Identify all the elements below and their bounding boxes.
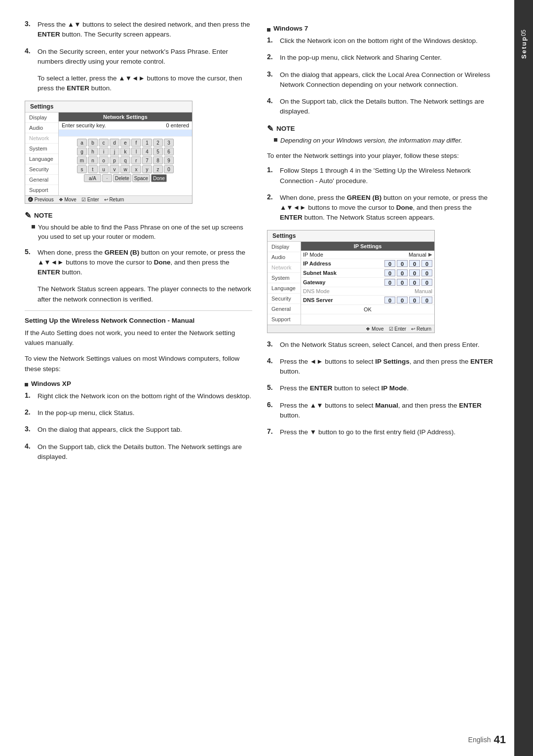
step-n5-num: 5. <box>267 383 277 391</box>
settings-sidebar: Display Audio Network System Language Se… <box>25 113 59 195</box>
kb-1[interactable]: 1 <box>142 139 152 147</box>
sidebar-audio: Audio <box>25 123 58 133</box>
dns-server-row: DNS Server 0 0 0 0 <box>301 296 434 305</box>
footer-move: ❖ Move <box>59 197 76 202</box>
step-wxp3: 3. On the dialog that appears, click the… <box>25 425 252 435</box>
kb-7[interactable]: 7 <box>142 156 152 164</box>
step-3: 3. Press the ▲▼ buttons to select the de… <box>25 20 252 40</box>
sidebar-display: Display <box>25 113 58 123</box>
kb-p[interactable]: p <box>110 156 119 164</box>
step-n4: 4. Press the ◄► buttons to select IP Set… <box>267 357 495 377</box>
left-column: 3. Press the ▲▼ buttons to select the de… <box>25 20 252 736</box>
step-w73-text: On the dialog that appears, click the Lo… <box>280 70 495 90</box>
kb-s[interactable]: s <box>77 165 87 173</box>
note-title-1: ✎ NOTE <box>25 211 252 220</box>
dns-octets: 0 0 0 0 <box>384 297 432 303</box>
subnet-mask-label: Subnet Mask <box>303 270 384 276</box>
ip-mode-value: Manual ▶ <box>409 252 432 258</box>
kb-dot[interactable]: · <box>102 174 112 182</box>
step-wxp4: 4. On the Support tab, click the Details… <box>25 442 252 462</box>
kb-o[interactable]: o <box>99 156 109 164</box>
kb-y[interactable]: y <box>142 165 152 173</box>
kb-x[interactable]: x <box>131 165 141 173</box>
kb-space[interactable]: Space <box>132 174 150 182</box>
step-wxp1-text: Right click the Network icon on the bott… <box>38 391 252 401</box>
kb-j[interactable]: j <box>110 148 119 155</box>
kb-d[interactable]: d <box>110 139 119 147</box>
kb-f[interactable]: f <box>131 139 141 147</box>
kb-r[interactable]: r <box>131 156 141 164</box>
kb-i[interactable]: i <box>99 148 109 155</box>
kb-g[interactable]: g <box>77 148 87 155</box>
step-n1-text: Follow Steps 1 through 4 in the 'Setting… <box>280 166 495 186</box>
settings-inner: Display Audio Network System Language Se… <box>25 113 192 195</box>
ip-mode-label: IP Mode <box>303 252 409 258</box>
kb-c[interactable]: c <box>99 139 109 147</box>
step-n2-num: 2. <box>267 193 277 201</box>
step-n3-num: 3. <box>267 340 277 348</box>
note-icon-2: ✎ <box>267 124 273 133</box>
kb-6[interactable]: 6 <box>164 148 174 155</box>
kb-t[interactable]: t <box>88 165 98 173</box>
kb-z[interactable]: z <box>153 165 163 173</box>
step-n7-text: Press the ▼ button to go to the first en… <box>280 427 495 437</box>
note-label-2: NOTE <box>276 125 295 132</box>
security-key-input-row <box>59 130 192 137</box>
kb-5[interactable]: 5 <box>153 148 163 155</box>
kb-3[interactable]: 3 <box>164 139 174 147</box>
ok-row[interactable]: OK <box>301 305 434 314</box>
page-language: English <box>468 736 491 744</box>
settings-keyboard-box: Settings Display Audio Network System La… <box>25 101 192 204</box>
step-5-number: 5. <box>25 248 35 256</box>
section-heading: Setting Up the Wireless Network Connecti… <box>25 317 252 324</box>
gw-oct4: 0 <box>421 279 432 286</box>
kb-4[interactable]: 4 <box>142 148 152 155</box>
step-n3-text: On the Network Status screen, select Can… <box>280 340 495 350</box>
ip-address-label: IP Address <box>303 261 384 266</box>
kb-u[interactable]: u <box>99 165 109 173</box>
ip-footer-return: ↩ Return <box>411 326 431 332</box>
sidebar-system: System <box>25 144 58 154</box>
kb-0[interactable]: 0 <box>164 165 174 173</box>
win-xp-bullet <box>25 383 28 386</box>
kb-v[interactable]: v <box>110 165 119 173</box>
step-n6-num: 6. <box>267 401 277 409</box>
kb-done[interactable]: Done <box>151 174 167 182</box>
step-5-text: When done, press the GREEN (B) button on… <box>38 248 252 278</box>
footer-previous: 🅐 Previous <box>28 197 54 202</box>
kb-n[interactable]: n <box>88 156 98 164</box>
security-key-label: Enter security key. <box>62 122 106 128</box>
sidebar-general: General <box>25 175 58 185</box>
step-n4-text: Press the ◄► buttons to select IP Settin… <box>280 357 495 377</box>
step-w73-num: 3. <box>267 70 277 78</box>
kb-2[interactable]: 2 <box>153 139 163 147</box>
windows-xp-label: Windows XP <box>25 380 252 387</box>
divider-1 <box>25 310 252 311</box>
kb-9[interactable]: 9 <box>164 156 174 164</box>
ip-address-row: IP Address 0 0 0 0 <box>301 259 434 268</box>
kb-row-1: a b c d e f 1 2 3 <box>61 139 190 147</box>
step-5-para: The Network Status screen appears. The p… <box>38 284 252 304</box>
step-w72: 2. In the pop-up menu, click Network and… <box>267 53 495 63</box>
keyboard-area: a b c d e f 1 2 3 g <box>59 137 192 185</box>
kb-l[interactable]: l <box>131 148 141 155</box>
kb-delete[interactable]: Delete <box>113 174 131 182</box>
kb-e[interactable]: e <box>120 139 130 147</box>
kb-b[interactable]: b <box>88 139 98 147</box>
kb-w[interactable]: w <box>120 165 130 173</box>
step-4: 4. On the Security screen, enter your ne… <box>25 47 252 67</box>
sidebar-network: Network <box>25 133 58 144</box>
kb-q[interactable]: q <box>120 156 130 164</box>
ip-main-area: IP Settings IP Mode Manual ▶ IP Address <box>301 242 434 325</box>
step-3-number: 3. <box>25 20 35 28</box>
kb-8[interactable]: 8 <box>153 156 163 164</box>
kb-aA[interactable]: a/A <box>84 174 101 182</box>
step-4-text: On the Security screen, enter your netwo… <box>38 47 252 67</box>
gateway-octets: 0 0 0 0 <box>384 279 432 286</box>
kb-a[interactable]: a <box>77 139 87 147</box>
kb-k[interactable]: k <box>120 148 130 155</box>
kb-m[interactable]: m <box>77 156 87 164</box>
kb-h[interactable]: h <box>88 148 98 155</box>
dns-oct3: 0 <box>409 297 420 303</box>
kb-row-5: a/A · Delete Space Done <box>61 174 190 182</box>
